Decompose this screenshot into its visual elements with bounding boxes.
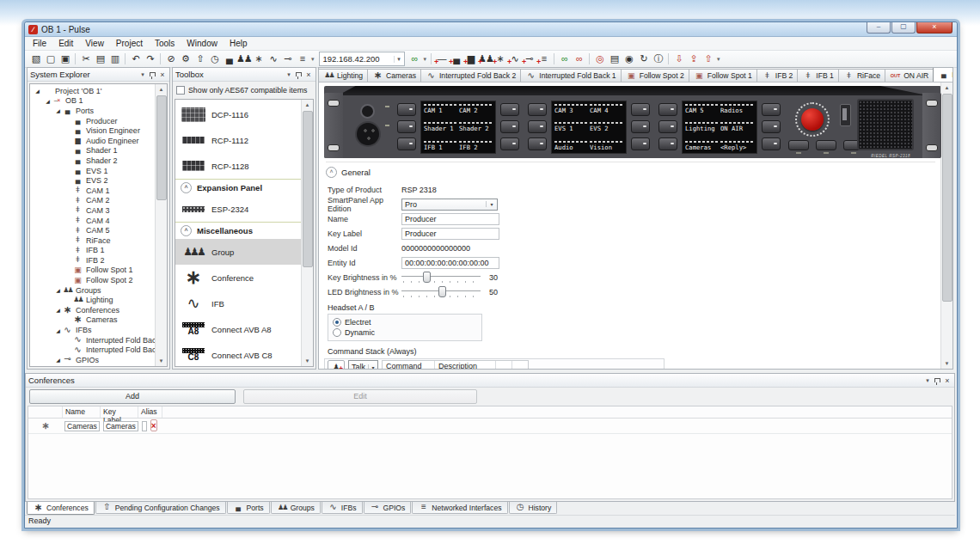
expander-icon[interactable] <box>34 88 41 94</box>
expander-icon[interactable] <box>54 107 62 113</box>
panel-key-button[interactable] <box>631 103 650 116</box>
reload-button-icon[interactable]: ↻ <box>636 52 651 66</box>
rotary-encoder-knob[interactable] <box>795 102 830 137</box>
editor-tab[interactable]: Interrupted Fold Back 1 <box>520 69 621 82</box>
scroll-thumb[interactable] <box>303 111 313 267</box>
add-expansion-button-icon[interactable]: ▆ <box>463 52 478 66</box>
bottom-tab[interactable]: Networked Interfaces <box>412 502 507 514</box>
open-project-button-icon[interactable]: ▢ <box>43 52 58 66</box>
editor-tab[interactable]: Follow Spot 1 <box>689 69 757 82</box>
settings-button-icon[interactable]: ⚙ <box>178 52 193 66</box>
ifbs-view-button-icon[interactable]: ∿ <box>266 52 280 66</box>
app-edition-select[interactable]: Pro ▾ <box>401 199 498 211</box>
panel-key-button[interactable] <box>528 120 547 133</box>
editor-tab[interactable]: ON AIR <box>885 69 934 82</box>
tree-item[interactable]: Follow Spot 1 <box>30 266 155 276</box>
tree-item[interactable]: Vision Engineer <box>30 125 155 136</box>
panel-key-button[interactable] <box>631 138 650 150</box>
add-conference-button[interactable]: Add <box>29 389 236 404</box>
scroll-up-icon[interactable] <box>302 100 313 110</box>
conference-alias-cell[interactable] <box>142 421 147 431</box>
add-conference-button-icon[interactable]: ∗ <box>493 52 507 66</box>
scroll-up-icon[interactable] <box>156 84 167 95</box>
snapshot-button-icon[interactable]: ▤ <box>607 52 622 66</box>
radio-option[interactable]: Electret <box>333 317 477 327</box>
toolbox-entry[interactable]: Conference <box>175 265 301 290</box>
tree-item[interactable]: CAM 2 <box>30 196 155 206</box>
slider-thumb[interactable] <box>423 272 431 283</box>
expander-icon[interactable] <box>54 287 62 293</box>
add-networked-interface-button-icon[interactable]: ≡ <box>536 52 551 66</box>
copy-button-icon[interactable]: ▤ <box>93 52 107 66</box>
aes67-filter-checkbox[interactable] <box>176 86 185 95</box>
new-project-button-icon[interactable]: ▧ <box>28 52 43 66</box>
pin-icon[interactable] <box>296 72 302 76</box>
bottom-tab[interactable]: Groups <box>271 502 321 514</box>
tree-item[interactable]: Cameras <box>30 315 155 326</box>
toolbar-overflow-icon[interactable]: ▾ <box>717 56 720 63</box>
toolbox-entry[interactable]: C8 Connect AVB C8 <box>175 342 301 367</box>
upload-config-button-icon[interactable]: ⇧ <box>701 52 715 66</box>
chevron-down-icon[interactable]: ▾ <box>923 377 932 384</box>
key-label-column-header[interactable]: Key Label <box>101 406 138 418</box>
toolbox-entry[interactable]: ESP-2324 <box>175 196 301 222</box>
menu-item[interactable]: File <box>27 39 52 48</box>
panel-key-button[interactable] <box>528 103 547 116</box>
toolbox-scrollbar[interactable] <box>301 100 313 366</box>
toolbar-overflow-icon[interactable]: ▾ <box>424 56 427 63</box>
scroll-up-icon[interactable] <box>941 82 952 93</box>
pin-icon[interactable] <box>150 72 156 76</box>
undo-button-icon[interactable]: ↶ <box>128 52 143 66</box>
menu-item[interactable]: Help <box>224 39 254 48</box>
panel-key-button[interactable] <box>762 103 781 116</box>
editor-tab[interactable]: Follow Spot 2 <box>621 69 689 82</box>
connect-online-button-icon[interactable]: ∞ <box>557 52 572 66</box>
conferences-view-button-icon[interactable]: ∗ <box>251 52 266 66</box>
close-button[interactable] <box>916 22 952 34</box>
tree-item[interactable]: IFB 1 <box>30 246 155 256</box>
editor-tab[interactable]: Lighting <box>318 69 368 82</box>
panel-key-button[interactable] <box>762 138 781 150</box>
editor-tab[interactable]: IFB 2 <box>756 69 799 82</box>
conference-name-cell[interactable]: Cameras <box>64 421 100 431</box>
panel-key-button[interactable] <box>658 138 677 150</box>
panel-key-button[interactable] <box>397 120 416 133</box>
led-brightness-slider[interactable] <box>401 286 481 298</box>
bottom-tab[interactable]: History <box>509 502 558 514</box>
scroll-down-icon[interactable] <box>302 356 313 366</box>
minimize-button[interactable] <box>867 22 891 34</box>
tree-item[interactable]: GPIOs <box>30 355 155 365</box>
info-button-icon[interactable]: ⓘ <box>651 52 665 66</box>
tree-scrollbar[interactable] <box>155 84 167 366</box>
monitor-button-icon[interactable]: ◎ <box>592 52 607 66</box>
tree-item[interactable]: RiFace <box>30 235 155 246</box>
add-command-button[interactable] <box>328 360 345 370</box>
panel-key-button[interactable] <box>500 103 519 116</box>
radio-icon[interactable] <box>333 318 341 327</box>
ports-view-button-icon[interactable]: ▄ <box>222 52 236 66</box>
toolbox-entry[interactable]: Group <box>175 239 301 265</box>
panel-key-button[interactable] <box>658 103 677 116</box>
bottom-tab[interactable]: Conferences <box>27 502 95 515</box>
connect-button[interactable]: ∞ <box>407 52 422 66</box>
tree-item[interactable]: CAM 1 <box>30 186 155 196</box>
tree-item[interactable]: CAM 5 <box>30 225 155 235</box>
radio-icon[interactable] <box>333 328 341 337</box>
name-input[interactable] <box>401 213 499 225</box>
gpios-view-button-icon[interactable]: ⊸ <box>280 52 295 66</box>
tree-item[interactable]: Interrupted Fold Back 2 <box>30 345 155 355</box>
editor-tab[interactable]: Producer <box>933 67 953 82</box>
panel-key-button[interactable] <box>397 103 416 116</box>
add-ifb-button-icon[interactable]: ∿ <box>507 52 522 66</box>
toolbar-overflow-icon[interactable]: ▾ <box>311 56 315 63</box>
paste-button-icon[interactable]: ▥ <box>107 52 122 66</box>
toolbox-entry[interactable]: DCP-1116 <box>175 101 301 127</box>
entity-id-input[interactable] <box>401 257 499 269</box>
menu-item[interactable]: Project <box>110 39 149 48</box>
menu-item[interactable]: Edit <box>52 39 79 48</box>
history-button-icon[interactable]: ◷ <box>207 52 222 66</box>
expander-icon[interactable] <box>44 98 52 104</box>
menu-item[interactable]: View <box>79 39 110 48</box>
menu-item[interactable]: Window <box>181 39 224 48</box>
toolbox-entry[interactable]: Expansion Panel <box>175 179 301 196</box>
